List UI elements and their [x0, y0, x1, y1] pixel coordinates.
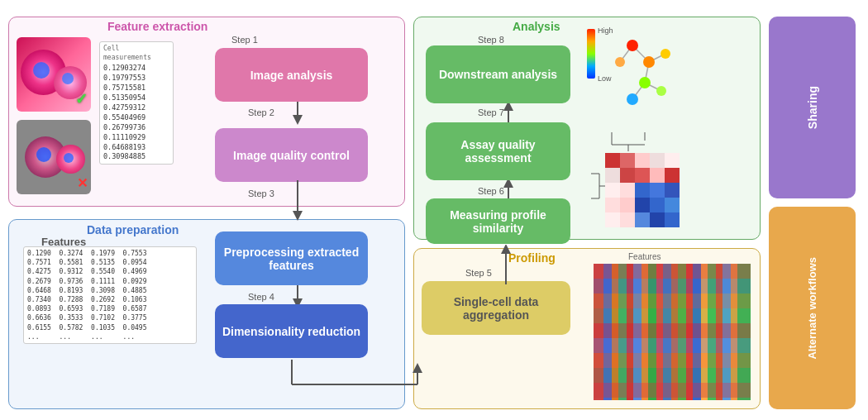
svg-rect-32	[650, 153, 665, 168]
svg-rect-79	[594, 323, 751, 338]
measuring-profile-box: Measuring profile similarity	[426, 198, 570, 244]
assay-quality-box: Assay quality assessment	[426, 122, 570, 180]
svg-rect-50	[620, 212, 635, 227]
svg-point-15	[643, 56, 655, 68]
svg-rect-75	[594, 264, 751, 279]
svg-rect-31	[635, 153, 650, 168]
svg-rect-53	[665, 212, 680, 227]
svg-rect-48	[665, 198, 680, 212]
cell-measurements-label: Cell measurements	[103, 44, 169, 62]
svg-rect-34	[605, 168, 620, 183]
step2-label: Step 2	[248, 107, 274, 117]
svg-rect-49	[605, 212, 620, 227]
step3-label: Step 3	[248, 189, 274, 198]
svg-rect-44	[605, 198, 620, 212]
svg-rect-76	[594, 279, 751, 294]
svg-rect-81	[594, 353, 751, 368]
arrow-2-3	[285, 180, 310, 222]
dimensionality-box: Dimensionality reduction	[215, 304, 368, 358]
feature-heatmap-svg	[594, 264, 751, 400]
svg-point-16	[661, 49, 670, 59]
arrow-1-2	[285, 102, 310, 126]
image-quality-box: Image quality control	[215, 128, 368, 182]
step4-label: Step 4	[248, 292, 274, 302]
step5-label: Step 5	[465, 268, 492, 278]
svg-rect-77	[594, 294, 751, 308]
svg-rect-30	[620, 153, 635, 168]
svg-point-20	[615, 57, 625, 67]
step7-label: Step 7	[478, 107, 504, 117]
svg-rect-82	[594, 368, 751, 383]
single-cell-box: Single-cell data aggregation	[422, 281, 570, 335]
cell-data-values: 0.12903274 0.19797553 0.75715581 0.51350…	[103, 64, 169, 162]
svg-rect-47	[650, 198, 665, 212]
svg-rect-33	[665, 153, 680, 168]
step8-label: Step 8	[478, 35, 504, 45]
svg-point-18	[656, 86, 666, 96]
svg-rect-45	[620, 198, 635, 212]
alternate-sidebar: Alternate workflows	[769, 207, 856, 409]
svg-rect-5	[587, 29, 595, 79]
network-graph: High Low	[587, 25, 686, 124]
data-prep-title: Data preparation	[87, 223, 179, 236]
svg-rect-43	[665, 183, 680, 198]
cell-image-2: ✕	[17, 120, 91, 194]
svg-rect-35	[620, 168, 635, 183]
feature-heatmap: Features Treatments	[579, 252, 756, 405]
svg-point-17	[639, 77, 651, 88]
step1-label: Step 1	[231, 35, 258, 45]
svg-rect-29	[605, 153, 620, 168]
preprocessing-box: Preprocessing extracted features	[215, 231, 368, 285]
svg-text:High: High	[598, 26, 613, 35]
svg-rect-52	[650, 212, 665, 227]
svg-rect-38	[665, 168, 680, 183]
svg-rect-39	[605, 183, 620, 198]
sharing-sidebar: Sharing	[769, 17, 856, 198]
arrow-single-to-measuring	[494, 245, 518, 284]
svg-point-19	[627, 93, 638, 105]
svg-rect-78	[594, 308, 751, 323]
svg-rect-37	[650, 168, 665, 183]
svg-rect-51	[635, 212, 650, 227]
arrow-dim-to-single	[289, 356, 426, 405]
feature-extraction-title: Feature extraction	[107, 20, 207, 33]
step6-label: Step 6	[478, 186, 504, 196]
svg-rect-36	[635, 168, 650, 183]
svg-rect-46	[635, 198, 650, 212]
matrix-data-values: 0.1290 0.3274 0.1979 0.7553 0.7571 0.558…	[27, 249, 193, 341]
downstream-box: Downstream analysis	[426, 45, 570, 103]
analysis-title: Analysis	[513, 20, 560, 33]
heatmap-viz	[587, 128, 686, 240]
main-container: Feature extraction ✓ ✕ Cell measurements…	[0, 0, 868, 420]
svg-rect-41	[635, 183, 650, 198]
svg-point-14	[627, 40, 638, 51]
svg-rect-40	[620, 183, 635, 198]
svg-rect-80	[594, 338, 751, 353]
cell-measurements-table: Cell measurements 0.12903274 0.19797553 …	[99, 41, 174, 165]
image-analysis-box: Image analysis	[215, 48, 368, 102]
alternate-label: Alternate workflows	[806, 257, 818, 360]
cell-image-1: ✓	[17, 37, 91, 112]
matrix-data-table: 0.1290 0.3274 0.1979 0.7553 0.7571 0.558…	[23, 246, 197, 344]
sharing-label: Sharing	[806, 86, 819, 129]
svg-text:Low: Low	[598, 74, 612, 83]
svg-rect-42	[650, 183, 665, 198]
svg-rect-83	[594, 383, 751, 398]
